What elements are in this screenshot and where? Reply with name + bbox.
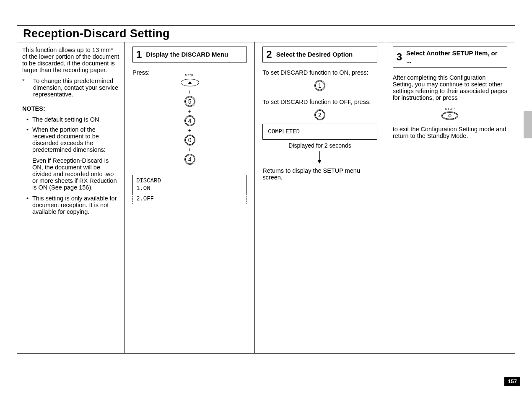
columns: This function allows up to 13 mm* of the… — [17, 42, 515, 353]
notes-list: This setting is only available for docum… — [22, 195, 119, 215]
intro-paragraph: This function allows up to 13 mm* of the… — [22, 47, 119, 73]
asterisk: * — [22, 78, 28, 98]
stop-icon — [441, 112, 458, 120]
page-title: Reception-Discard Setting — [17, 26, 515, 42]
note-item: The default setting is ON. — [32, 116, 119, 123]
keypad-2[interactable]: 2 — [314, 109, 325, 120]
step-number: 2 — [266, 49, 272, 60]
lcd-completed: COMPLETED — [262, 124, 377, 140]
menu-label: MENU — [185, 74, 195, 77]
footnote: * To change this predetermined dimension… — [22, 78, 119, 98]
plus-icon: + — [188, 88, 192, 95]
key-sequence: MENU + 5 + 4 + 0 + 4 — [132, 78, 247, 165]
menu-up-icon — [181, 79, 199, 86]
page-number: 157 — [504, 377, 520, 386]
step-2-column: 2 Select the Desired Option To set DISCA… — [254, 42, 384, 353]
lcd-display: DISCARD 1.ON — [132, 175, 247, 194]
arrow-down-icon — [319, 151, 320, 163]
step-number: 3 — [397, 52, 402, 62]
notes-header: NOTES: — [22, 105, 119, 112]
lcd-line: 1.ON — [136, 184, 243, 192]
return-text: Returns to display the SETUP menu screen… — [262, 167, 377, 181]
after-text: After completing this Configuration Sett… — [393, 74, 507, 101]
footnote-text: To change this predetermined dimension, … — [33, 78, 119, 98]
exit-text: to exit the Configuration Setting mode a… — [393, 126, 507, 139]
stop-button[interactable]: STOP — [393, 107, 507, 120]
plus-icon: + — [188, 146, 192, 153]
lcd-display-scroll: 2.OFF — [132, 194, 247, 204]
note-subparagraph: Even if Reception-Discard is ON, the doc… — [22, 157, 119, 191]
keypad-1[interactable]: 1 — [314, 80, 325, 91]
lcd-caption: Displayed for 2 seconds — [262, 142, 377, 149]
instruction-on: To set DISCARD function to ON, press: — [262, 69, 377, 76]
key-on: 1 — [262, 80, 377, 91]
step-header: 1 Display the DISCARD Menu — [132, 47, 247, 62]
step-title: Display the DISCARD Menu — [146, 51, 228, 58]
keypad-0[interactable]: 0 — [184, 135, 195, 145]
notes-list: The default setting is ON. When the port… — [22, 116, 119, 153]
keypad-5[interactable]: 5 — [184, 96, 195, 107]
keypad-4[interactable]: 4 — [184, 154, 195, 165]
plus-icon: + — [188, 108, 192, 114]
step-header: 3 Select Another SETUP Item, or ... — [393, 47, 507, 68]
section-tab — [524, 111, 532, 138]
svg-line-1 — [449, 115, 451, 117]
key-off: 2 — [262, 109, 377, 120]
lcd-line: 2.OFF — [136, 195, 243, 202]
instruction-off: To set DISCARD function to OFF, press: — [262, 99, 377, 105]
stop-label: STOP — [445, 107, 455, 111]
step-number: 1 — [136, 49, 142, 60]
note-item: When the portion of the received documen… — [32, 126, 119, 153]
step-title: Select Another SETUP Item, or ... — [406, 49, 503, 65]
page-frame: Reception-Discard Setting This function … — [17, 25, 515, 354]
step-header: 2 Select the Desired Option — [262, 47, 377, 62]
note-item: This setting is only available for docum… — [32, 195, 119, 215]
menu-button[interactable]: MENU — [181, 78, 199, 88]
plus-icon: + — [188, 127, 192, 134]
intro-column: This function allows up to 13 mm* of the… — [17, 42, 125, 353]
step-title: Select the Desired Option — [276, 51, 353, 58]
step-3-column: 3 Select Another SETUP Item, or ... Afte… — [385, 42, 515, 353]
step-1-column: 1 Display the DISCARD Menu Press: MENU +… — [125, 42, 254, 353]
keypad-4[interactable]: 4 — [184, 115, 195, 126]
lcd-line: DISCARD — [136, 177, 243, 184]
